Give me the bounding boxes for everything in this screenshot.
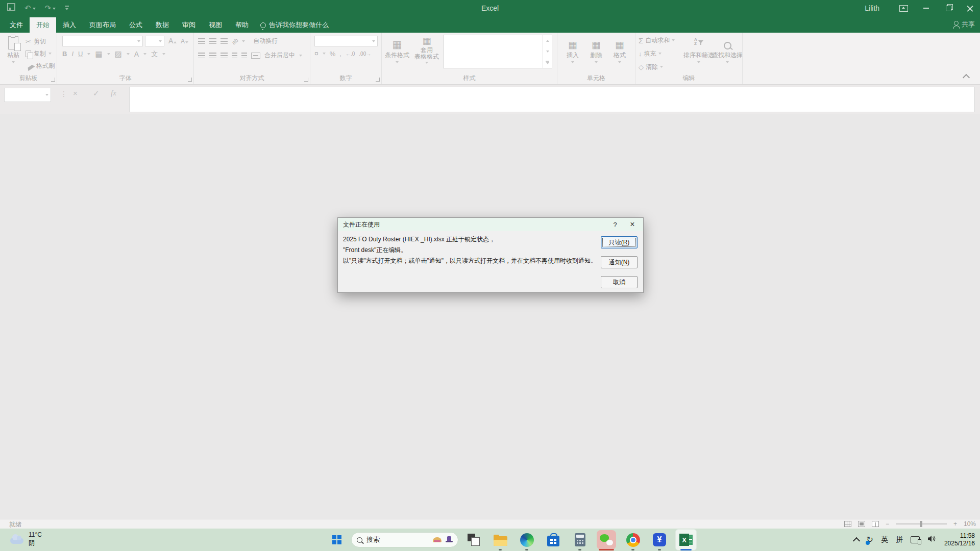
tab-home[interactable]: 开始 — [30, 17, 56, 33]
enter-entry-button[interactable]: ✓ — [93, 89, 100, 98]
decrease-font-size-button[interactable]: A — [181, 38, 188, 44]
tab-view[interactable]: 视图 — [202, 17, 229, 33]
sort-filter-button[interactable]: AZ 排序和筛选 — [684, 34, 713, 63]
cut-button[interactable]: ✂剪切 — [26, 35, 55, 47]
fill-button[interactable]: ↓ 填充 — [639, 48, 662, 59]
tab-data[interactable]: 数据 — [149, 17, 176, 33]
tab-insert[interactable]: 插入 — [56, 17, 83, 33]
font-color-button[interactable]: A — [134, 51, 139, 58]
tab-page-layout[interactable]: 页面布局 — [83, 17, 122, 33]
decrease-decimal-button[interactable]: .00→ — [359, 51, 371, 57]
zoom-level-label[interactable]: 10% — [964, 520, 976, 528]
delete-cells-button[interactable]: ▦ 删除 — [586, 34, 606, 63]
italic-button[interactable]: I — [71, 51, 74, 57]
underline-button[interactable]: U — [78, 51, 83, 57]
ribbon-display-options-button[interactable] — [896, 0, 911, 16]
accounting-format-button[interactable]: ¤ — [314, 50, 318, 57]
font-dialog-launcher[interactable] — [188, 78, 192, 82]
close-button[interactable] — [963, 0, 977, 16]
fill-color-button[interactable]: ▨ — [115, 50, 122, 58]
edge-button[interactable] — [516, 529, 538, 551]
formula-input[interactable] — [129, 87, 975, 112]
cell-styles-gallery[interactable] — [443, 35, 552, 68]
share-button[interactable]: 共享 — [954, 16, 975, 33]
dialog-help-button[interactable]: ? — [607, 218, 623, 231]
increase-decimal-button[interactable]: ←.0 — [346, 51, 355, 57]
gallery-more-button[interactable] — [543, 57, 552, 68]
page-layout-view-button[interactable] — [858, 521, 865, 527]
normal-view-button[interactable] — [844, 521, 851, 527]
number-format-combo[interactable] — [314, 36, 378, 46]
gallery-scroll-up-button[interactable] — [543, 35, 552, 46]
tray-overflow-chevron-icon[interactable] — [852, 537, 860, 544]
calculator-button[interactable] — [569, 529, 591, 551]
align-center-icon[interactable] — [209, 53, 216, 58]
gallery-scroll-down-button[interactable] — [543, 46, 552, 57]
ime-mode-indicator[interactable]: 拼 — [896, 535, 903, 544]
taskbar-search[interactable]: 搜索 — [351, 532, 458, 547]
zoom-in-button[interactable]: + — [953, 520, 957, 528]
font-size-combo[interactable] — [145, 36, 164, 46]
collapse-ribbon-button[interactable] — [963, 74, 970, 81]
tell-me-box[interactable]: 告诉我你想要做什么 — [260, 17, 329, 33]
merge-center-button[interactable]: 合并后居中 — [264, 51, 295, 60]
align-top-icon[interactable] — [198, 38, 205, 44]
zoom-out-button[interactable]: − — [886, 520, 889, 528]
percent-style-button[interactable]: % — [330, 51, 336, 57]
format-cells-button[interactable]: ▦ 格式 — [609, 34, 630, 63]
tab-file[interactable]: 文件 — [3, 17, 30, 33]
align-left-icon[interactable] — [198, 53, 205, 58]
chrome-button[interactable] — [622, 529, 644, 551]
insert-cells-button[interactable]: ▦ 插入 — [562, 34, 583, 63]
decrease-indent-icon[interactable] — [232, 53, 237, 58]
maximize-button[interactable] — [941, 0, 955, 16]
name-box[interactable] — [4, 88, 51, 102]
number-dialog-launcher[interactable] — [376, 78, 380, 82]
wechat-button[interactable] — [595, 529, 618, 551]
taskbar-clock[interactable]: 11:58 2025/12/16 — [944, 532, 975, 547]
zoom-slider-thumb[interactable] — [920, 521, 922, 527]
file-explorer-button[interactable] — [489, 529, 511, 551]
zoom-slider[interactable] — [896, 523, 947, 524]
wrap-text-button[interactable]: 自动换行 — [253, 37, 278, 45]
font-name-combo[interactable] — [62, 36, 143, 46]
weather-widget[interactable]: 11°C 阴 — [10, 531, 42, 547]
increase-font-size-button[interactable]: A — [168, 37, 177, 44]
dialog-close-button[interactable]: × — [625, 218, 640, 231]
tab-formulas[interactable]: 公式 — [122, 17, 149, 33]
cast-display-icon[interactable] — [911, 536, 920, 543]
borders-button[interactable]: ▦ — [95, 50, 102, 58]
autosum-button[interactable]: Σ 自动求和 — [639, 35, 675, 46]
sync-status-icon[interactable]: ↻ — [867, 536, 873, 544]
format-as-table-button[interactable]: ▦ 套用表格格式 — [412, 34, 441, 64]
excel-taskbar-button[interactable]: X — [675, 529, 697, 551]
microsoft-store-button[interactable] — [542, 529, 565, 551]
align-right-icon[interactable] — [220, 53, 228, 58]
tab-help[interactable]: 帮助 — [229, 17, 255, 33]
page-break-view-button[interactable] — [872, 521, 879, 527]
task-view-button[interactable] — [462, 529, 485, 551]
tab-review[interactable]: 审阅 — [176, 17, 202, 33]
copy-button[interactable]: 复制 — [26, 47, 55, 60]
format-painter-button[interactable]: 格式刷 — [26, 60, 55, 72]
clear-button[interactable]: ◇ 清除 — [639, 61, 663, 72]
insert-function-button[interactable]: fx — [111, 89, 116, 97]
align-bottom-icon[interactable] — [220, 38, 228, 44]
paste-button[interactable]: 粘贴 — [4, 34, 22, 63]
align-middle-icon[interactable] — [209, 38, 216, 44]
orientation-icon[interactable]: ab — [231, 37, 239, 45]
cancel-entry-button[interactable]: × — [73, 89, 78, 97]
speaker-icon[interactable] — [927, 535, 937, 544]
minimize-button[interactable] — [919, 0, 933, 16]
ime-language-indicator[interactable]: 英 — [881, 535, 888, 544]
alignment-dialog-launcher[interactable] — [304, 78, 308, 82]
cancel-button[interactable]: 取消 — [601, 276, 638, 288]
notify-button[interactable]: 通知(N) — [601, 256, 638, 268]
yuan-app-button[interactable]: ¥ — [648, 529, 671, 551]
clipboard-dialog-launcher[interactable] — [51, 78, 55, 82]
start-button[interactable] — [327, 530, 347, 550]
readonly-button[interactable]: 只读(R) — [601, 236, 638, 248]
find-select-button[interactable]: 查找和选择 — [714, 34, 741, 63]
bold-button[interactable]: B — [62, 51, 67, 57]
phonetic-guide-button[interactable]: 文 — [151, 51, 158, 57]
